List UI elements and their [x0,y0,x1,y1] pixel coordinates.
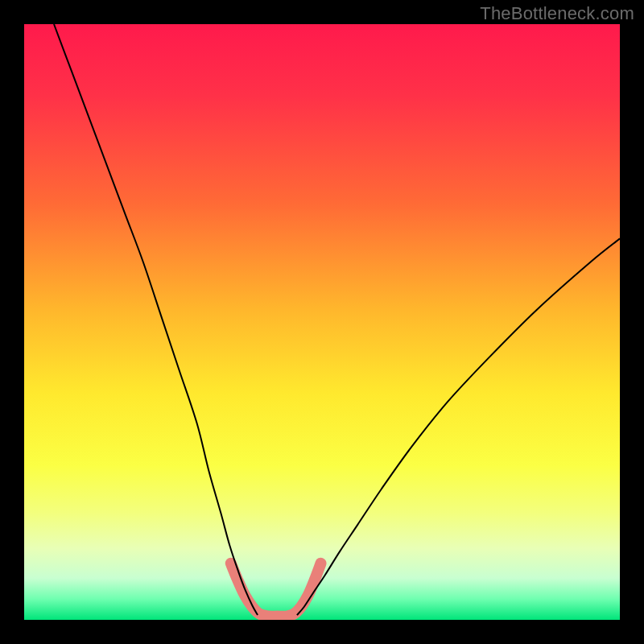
plot-background [24,24,620,620]
chart-stage: TheBottleneck.com [0,0,644,644]
watermark-text: TheBottleneck.com [480,3,634,24]
bottleneck-chart [0,0,644,644]
